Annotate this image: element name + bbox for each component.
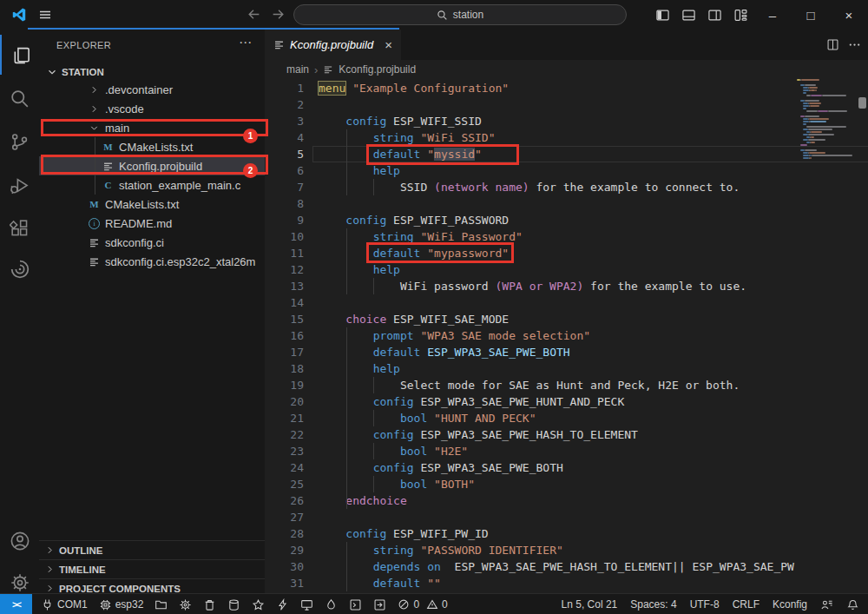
panel-project-components[interactable]: PROJECT COMPONENTS [39, 578, 265, 593]
statusbar-gear-button[interactable] [179, 598, 192, 611]
code-line-15: choice ESP_WIFI_SAE_MODE [319, 311, 509, 327]
line-number: 7 [265, 179, 304, 195]
code-line-20: config ESP_WPA3_SAE_PWE_HUNT_AND_PECK [319, 393, 624, 410]
sidebar-item-main[interactable]: main [39, 118, 265, 137]
sidebar-item--vscode[interactable]: .vscode [39, 99, 265, 118]
statusbar-bolt-button[interactable] [276, 598, 289, 611]
statusbar-plug-com1-button[interactable]: COM1 [41, 598, 88, 611]
statusbar-chip-esp32-button[interactable]: esp32 [99, 598, 144, 611]
minimap-line-fragment [803, 157, 808, 159]
tab-close-icon[interactable]: × [385, 37, 392, 52]
chevron-right-icon [44, 583, 56, 593]
breadcrumb-folder[interactable]: main [286, 63, 309, 76]
window-close-button[interactable]: × [830, 0, 868, 30]
sidebar-item-cmakelists-txt[interactable]: MCMakeLists.txt [39, 137, 265, 156]
line-number: 21 [265, 410, 304, 426]
customize-layout-icon[interactable] [727, 0, 753, 30]
statusbar-flame-button[interactable] [325, 598, 338, 611]
panel-label: TIMELINE [59, 564, 106, 575]
statusbar-utf-8[interactable]: UTF-8 [690, 598, 720, 611]
sidebar-item-station-example-main-c[interactable]: Cstation_example_main.c [39, 175, 265, 195]
statusbar-database-button[interactable] [227, 598, 240, 611]
code-editor[interactable]: 1234567891011121314151617181920212223242… [265, 79, 868, 593]
sidebar-item-sdkconfig-ci-esp32c2-xtal26m[interactable]: sdkconfig.ci.esp32c2_xtal26m [39, 252, 265, 271]
split-editor-icon[interactable] [826, 38, 839, 51]
remote-indicator[interactable]: >< [0, 594, 32, 614]
account-icon[interactable] [0, 521, 39, 561]
minimap-line-fragment [803, 108, 806, 109]
bell-icon[interactable] [846, 598, 859, 611]
minimap-line-fragment [810, 105, 819, 107]
explorer-icon[interactable] [0, 35, 41, 75]
annotation-badge-2: 2 [243, 163, 258, 178]
config-file-icon [273, 39, 285, 50]
config-file-icon [323, 64, 333, 75]
workspace-root-row[interactable]: STATION [46, 63, 265, 82]
tree-item-label: CMakeLists.txt [105, 198, 179, 211]
espressif-idf-icon[interactable] [0, 249, 39, 289]
code-line-1: menu "Example Configuration" [319, 80, 509, 96]
chevron-down-icon [46, 66, 58, 78]
feedback-icon[interactable] [820, 598, 833, 611]
statusbar-trash-button[interactable] [203, 598, 216, 611]
scrollbar-thumb[interactable] [858, 97, 866, 109]
sidebar-title: EXPLORER [56, 40, 111, 50]
code-line-3: config ESP_WIFI_SSID [319, 113, 482, 129]
extensions-icon[interactable] [0, 208, 39, 248]
sidebar-item-cmakelists-txt[interactable]: MCMakeLists.txt [39, 195, 265, 214]
command-center-search[interactable]: station [293, 4, 627, 25]
explorer-more-actions-icon[interactable]: ⋯ [239, 35, 253, 50]
toggle-primary-sidebar-icon[interactable] [649, 0, 675, 30]
statusbar-folder-button[interactable] [155, 598, 168, 611]
editor-more-actions-icon[interactable] [848, 38, 861, 51]
line-number: 30 [265, 558, 304, 575]
minimap-line-fragment [800, 144, 807, 146]
sidebar-item-sdkconfig-ci[interactable]: sdkconfig.ci [39, 233, 265, 252]
explorer-sidebar: EXPLORER ⋯ STATION .devcontainer.vscodem… [39, 30, 266, 593]
nav-forward-icon[interactable] [271, 7, 286, 22]
statusbar-kconfig[interactable]: Kconfig [773, 598, 807, 611]
statusbar-crlf[interactable]: CRLF [733, 598, 760, 611]
minimap-line-fragment [818, 110, 828, 112]
statusbar-star-button[interactable] [252, 598, 265, 611]
line-number: 15 [265, 311, 304, 327]
panel-timeline[interactable]: TIMELINE [39, 559, 265, 578]
code-line-16: prompt "WPA3 SAE mode selection" [319, 327, 590, 344]
window-maximize-button[interactable]: □ [792, 0, 830, 30]
code-line-13: WiFi password (WPA or WPA2) for the exam… [319, 278, 746, 294]
source-control-icon[interactable] [0, 122, 39, 162]
nav-back-icon[interactable] [247, 7, 261, 22]
minimap-line-fragment [809, 102, 821, 104]
cmake-file-icon: M [102, 142, 115, 152]
problems-indicator[interactable]: 0 0 [398, 598, 447, 611]
menu-hamburger-icon[interactable] [38, 8, 52, 22]
minimap-line-fragment [808, 129, 833, 130]
toggle-panel-icon[interactable] [675, 0, 701, 30]
statusbar-terminal-button[interactable] [349, 598, 362, 611]
run-debug-icon[interactable] [0, 165, 39, 205]
toggle-secondary-sidebar-icon[interactable] [701, 0, 727, 30]
breadcrumb-file[interactable]: Kconfig.projbuild [339, 63, 416, 76]
code-line-21: bool "HUNT AND PECK" [319, 410, 536, 426]
statusbar-spaces-4[interactable]: Spaces: 4 [630, 598, 676, 611]
tree-item-label: CMakeLists.txt [119, 141, 193, 154]
statusbar-export-button[interactable] [373, 598, 386, 611]
statusbar-display-button[interactable] [300, 598, 313, 611]
panel-outline[interactable]: OUTLINE [39, 540, 265, 559]
chevron-right-icon [88, 103, 101, 115]
tab-kconfig-projbuild[interactable]: Kconfig.projbuild × [265, 30, 401, 60]
minimap-line-fragment [828, 110, 847, 112]
sidebar-item-kconfig-projbuild[interactable]: Kconfig.projbuild [39, 156, 265, 175]
code-line-31: default "" [319, 575, 441, 591]
sidebar-item-readme-md[interactable]: iREADME.md [39, 214, 265, 233]
minimap[interactable] [797, 79, 854, 340]
minimap-line-fragment [806, 110, 818, 112]
sidebar-item--devcontainer[interactable]: .devcontainer [39, 80, 265, 99]
window-minimize-button[interactable]: – [753, 0, 792, 30]
search-sidebar-icon[interactable] [0, 78, 39, 118]
warnings-count: 0 [442, 598, 448, 611]
c-file-icon: C [102, 180, 115, 190]
tree-item-label: sdkconfig.ci.esp32c2_xtal26m [105, 255, 255, 268]
statusbar-ln-5-col-21[interactable]: Ln 5, Col 21 [562, 598, 618, 611]
chevron-right-icon [88, 84, 101, 96]
